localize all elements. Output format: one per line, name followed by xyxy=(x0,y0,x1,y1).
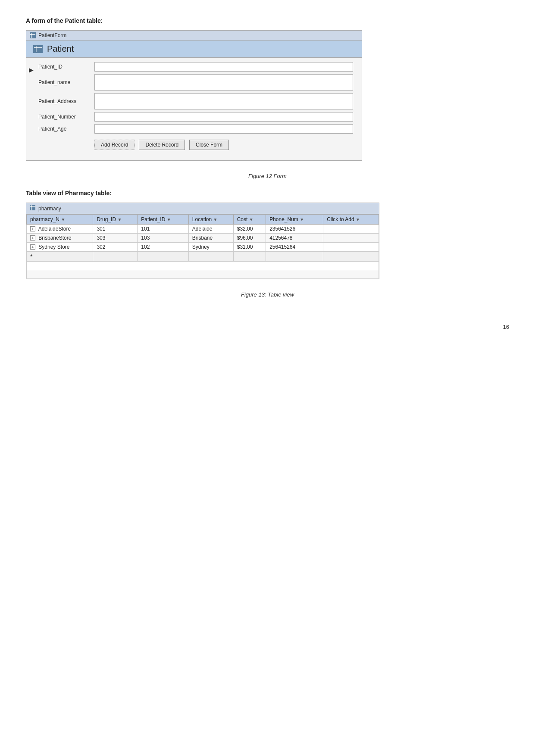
form-row-patient-number: Patient_Number xyxy=(38,112,353,122)
cell-pharmacy-n-3: + Sydney Store xyxy=(27,243,93,252)
cell-patient-id-1: 101 xyxy=(138,225,189,234)
new-row-indicator: * xyxy=(30,253,32,260)
table-titlebar-icon xyxy=(30,205,36,212)
figure12-caption: Figure 12 Form xyxy=(26,173,509,179)
table-titlebar: pharmacy xyxy=(26,203,379,214)
sort-location[interactable]: ▼ xyxy=(213,217,218,222)
cell-patient-id-3: 102 xyxy=(138,243,189,252)
cell-location-2: Brisbane xyxy=(188,234,233,243)
pharmacy-table: pharmacy_N ▼ Drug_ID ▼ Patient_ID ▼ Loca… xyxy=(26,214,379,279)
expand-icon-1[interactable]: + xyxy=(30,226,35,231)
col-patient-id[interactable]: Patient_ID ▼ xyxy=(138,215,189,225)
section1-heading: A form of the Patient table: xyxy=(26,17,509,24)
form-row-patient-id: Patient_ID xyxy=(38,62,353,72)
cell-patient-id-2: 103 xyxy=(138,234,189,243)
label-patient-id: Patient_ID xyxy=(38,64,94,70)
expand-icon-3[interactable]: + xyxy=(30,244,35,250)
pharmacy-name-3: Sydney Store xyxy=(38,244,69,250)
pharmacy-name-1: AdelaideStore xyxy=(38,226,71,232)
form-body: Patient ▶ Patient_ID Patient_name xyxy=(26,41,362,160)
new-cell-6 xyxy=(266,252,323,262)
form-row-patient-name: Patient_name xyxy=(38,74,353,91)
page-number: 16 xyxy=(26,324,509,330)
svg-rect-4 xyxy=(34,47,42,48)
cell-click-3 xyxy=(323,243,379,252)
pharmacy-name-2: BrisbaneStore xyxy=(38,235,71,241)
col-drug-id[interactable]: Drug_ID ▼ xyxy=(93,215,138,225)
patient-banner-icon xyxy=(33,45,43,53)
pharmacy-table-window: pharmacy pharmacy_N ▼ Drug_ID ▼ Patient_… xyxy=(26,203,379,279)
svg-rect-0 xyxy=(30,33,35,38)
patient-form-window: PatientForm Patient ▶ Patient_ID xyxy=(26,30,362,161)
table-row: + AdelaideStore 301 101 Adelaide $32.00 … xyxy=(27,225,379,234)
col-phone-num[interactable]: Phone_Num ▼ xyxy=(266,215,323,225)
svg-rect-8 xyxy=(31,205,32,210)
svg-rect-3 xyxy=(33,45,43,53)
label-patient-address: Patient_Address xyxy=(38,98,94,104)
cell-phone-3: 256415264 xyxy=(266,243,323,252)
new-cell-5 xyxy=(233,252,266,262)
cell-cost-2: $96.00 xyxy=(233,234,266,243)
col-click-to-add[interactable]: Click to Add ▼ xyxy=(323,215,379,225)
label-patient-name: Patient_name xyxy=(38,79,94,85)
form-buttons: Add Record Delete Record Close Form xyxy=(94,140,353,150)
form-title-text: PatientForm xyxy=(38,32,66,38)
col-pharmacy-n[interactable]: pharmacy_N ▼ xyxy=(27,215,93,225)
new-cell-4 xyxy=(188,252,233,262)
close-form-button[interactable]: Close Form xyxy=(189,140,229,150)
sort-patient-id[interactable]: ▼ xyxy=(167,217,171,222)
new-cell-3 xyxy=(138,252,189,262)
cell-click-2 xyxy=(323,234,379,243)
delete-record-button[interactable]: Delete Record xyxy=(139,140,185,150)
sort-cost[interactable]: ▼ xyxy=(249,217,253,222)
label-patient-age: Patient_Age xyxy=(38,126,94,132)
cell-drug-id-1: 301 xyxy=(93,225,138,234)
table-row: + BrisbaneStore 303 103 Brisbane $96.00 … xyxy=(27,234,379,243)
cell-cost-1: $32.00 xyxy=(233,225,266,234)
input-patient-number[interactable] xyxy=(94,112,353,122)
form-row-patient-age: Patient_Age xyxy=(38,124,353,134)
input-patient-address[interactable] xyxy=(94,93,353,109)
cell-location-3: Sydney xyxy=(188,243,233,252)
label-patient-number: Patient_Number xyxy=(38,114,94,120)
form-nav: ▶ xyxy=(26,62,38,156)
col-cost[interactable]: Cost ▼ xyxy=(233,215,266,225)
cell-drug-id-2: 303 xyxy=(93,234,138,243)
form-titlebar: PatientForm xyxy=(26,31,362,41)
input-patient-name[interactable] xyxy=(94,74,353,91)
new-row: * xyxy=(27,252,379,262)
svg-rect-6 xyxy=(30,205,35,210)
sort-click-to-add[interactable]: ▼ xyxy=(356,217,360,222)
nav-arrow: ▶ xyxy=(29,66,34,73)
form-row-patient-address: Patient_Address xyxy=(38,93,353,109)
svg-rect-5 xyxy=(36,46,37,52)
form-area: ▶ Patient_ID Patient_name Patient_Addres… xyxy=(26,58,362,160)
sort-pharmacy-n[interactable]: ▼ xyxy=(61,217,65,222)
form-titlebar-icon xyxy=(30,32,36,38)
patient-banner: Patient xyxy=(26,41,362,58)
new-row-star: * xyxy=(27,252,93,262)
table-body: + AdelaideStore 301 101 Adelaide $32.00 … xyxy=(27,225,379,279)
expand-icon-2[interactable]: + xyxy=(30,235,35,241)
svg-rect-2 xyxy=(31,33,32,38)
empty-row-1 xyxy=(27,262,379,270)
figure13-caption: Figure 13: Table view xyxy=(26,291,509,298)
table-header: pharmacy_N ▼ Drug_ID ▼ Patient_ID ▼ Loca… xyxy=(27,215,379,225)
input-patient-age[interactable] xyxy=(94,124,353,134)
new-cell-7 xyxy=(323,252,379,262)
col-location[interactable]: Location ▼ xyxy=(188,215,233,225)
form-fields: Patient_ID Patient_name Patient_Address … xyxy=(38,62,362,156)
sort-phone-num[interactable]: ▼ xyxy=(300,217,304,222)
cell-pharmacy-n-1: + AdelaideStore xyxy=(27,225,93,234)
table-title-text: pharmacy xyxy=(38,206,61,212)
sort-drug-id[interactable]: ▼ xyxy=(117,217,122,222)
cell-phone-2: 41256478 xyxy=(266,234,323,243)
new-cell-2 xyxy=(93,252,138,262)
cell-phone-1: 235641526 xyxy=(266,225,323,234)
input-patient-id[interactable] xyxy=(94,62,353,72)
patient-banner-title: Patient xyxy=(47,44,74,54)
add-record-button[interactable]: Add Record xyxy=(94,140,135,150)
cell-pharmacy-n-2: + BrisbaneStore xyxy=(27,234,93,243)
empty-row-2 xyxy=(27,270,379,279)
table-row: + Sydney Store 302 102 Sydney $31.00 256… xyxy=(27,243,379,252)
